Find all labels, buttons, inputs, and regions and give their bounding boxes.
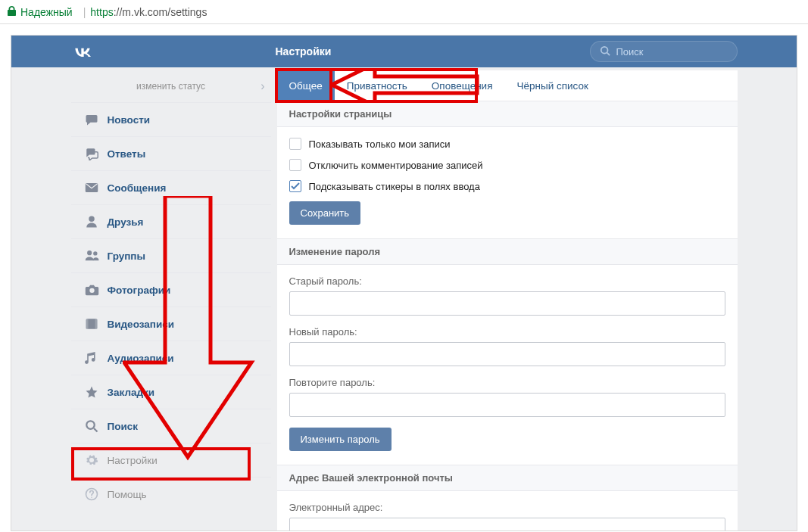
search-icon [600, 45, 610, 58]
email-input[interactable] [289, 518, 725, 531]
mail-icon [85, 182, 108, 193]
vk-logo-icon[interactable] [71, 43, 94, 61]
sidebar-item-label: Настройки [108, 455, 158, 466]
main-content: ОбщееПриватностьОповещенияЧёрный список … [277, 70, 738, 531]
sidebar-item-gear[interactable]: Настройки [71, 443, 271, 477]
sidebar-item-label: Видеозаписи [108, 319, 175, 330]
new-password-input[interactable] [289, 342, 725, 366]
sidebar-item-label: Новости [108, 114, 151, 126]
repeat-password-input[interactable] [289, 393, 725, 417]
gear-icon [85, 453, 108, 467]
checkbox-only-my-posts[interactable]: Показывать только мои записи [289, 138, 725, 150]
browser-address-bar: Надежный | https://m.vk.com/settings [0, 0, 808, 24]
checkbox-icon [289, 138, 301, 150]
sidebar: изменить статус › НовостиОтветыСообщения… [71, 70, 271, 531]
sidebar-item-speech[interactable]: Новости [71, 102, 271, 136]
sidebar-item-label: Поиск [108, 421, 139, 432]
sidebar-item-label: Группы [108, 250, 146, 262]
music-icon [85, 351, 108, 365]
change-status-row[interactable]: изменить статус › [71, 70, 271, 102]
people-icon [85, 250, 108, 262]
svg-point-10 [86, 421, 95, 429]
svg-point-4 [87, 250, 92, 255]
chevron-right-icon: › [260, 79, 264, 93]
sidebar-item-label: Закладки [108, 387, 155, 398]
speech-icon [85, 113, 108, 126]
sidebar-item-label: Помощь [108, 489, 147, 500]
email-label: Электронный адрес: [289, 502, 725, 513]
svg-point-0 [601, 46, 607, 53]
status-text: изменить статус [136, 81, 205, 92]
section-change-password-header: Изменение пароля [277, 238, 738, 265]
chat-icon [85, 147, 108, 160]
svg-line-11 [94, 428, 98, 432]
sidebar-item-help[interactable]: Помощь [71, 477, 271, 511]
change-password-button[interactable]: Изменить пароль [289, 428, 392, 451]
film-icon [85, 317, 108, 331]
svg-point-13 [91, 496, 92, 498]
star-icon [85, 385, 108, 399]
svg-line-1 [607, 52, 610, 55]
page-header: Настройки Поиск [11, 36, 797, 67]
sidebar-item-mail[interactable]: Сообщения [71, 170, 271, 204]
person-icon [85, 215, 108, 229]
sidebar-item-label: Ответы [108, 148, 146, 160]
tab-Приватность[interactable]: Приватность [335, 70, 420, 101]
sidebar-item-film[interactable]: Видеозаписи [71, 306, 271, 341]
checkbox-icon [289, 159, 301, 171]
sidebar-item-camera[interactable]: Фотографии [71, 272, 271, 306]
svg-point-3 [89, 216, 95, 222]
sidebar-item-chat[interactable]: Ответы [71, 136, 271, 170]
sidebar-item-label: Друзья [108, 216, 144, 228]
sidebar-item-label: Аудиозаписи [108, 353, 174, 364]
checkbox-suggest-stickers[interactable]: Подсказывать стикеры в полях ввода [289, 180, 725, 192]
new-password-label: Новый пароль: [289, 326, 725, 338]
checkbox-icon [289, 180, 301, 192]
tab-Чёрный список[interactable]: Чёрный список [504, 70, 600, 101]
search-placeholder: Поиск [616, 46, 644, 58]
repeat-password-label: Повторите пароль: [289, 377, 725, 388]
sidebar-item-label: Сообщения [108, 182, 167, 194]
section-page-settings-header: Настройки страницы [277, 101, 738, 127]
svg-point-6 [89, 288, 94, 293]
settings-tabs: ОбщееПриватностьОповещенияЧёрный список [277, 70, 738, 101]
sidebar-item-label: Фотографии [108, 285, 171, 296]
sidebar-item-search[interactable]: Поиск [71, 409, 271, 443]
old-password-label: Старый пароль: [289, 275, 725, 287]
sidebar-item-music[interactable]: Аудиозаписи [71, 341, 271, 375]
secure-label: Надежный [20, 6, 73, 18]
search-icon [85, 419, 108, 433]
lock-icon [8, 6, 16, 18]
save-button[interactable]: Сохранить [289, 201, 361, 225]
sidebar-item-star[interactable]: Закладки [71, 375, 271, 409]
url-text[interactable]: https://m.vk.com/settings [90, 6, 207, 18]
camera-icon [85, 284, 108, 296]
page-title: Настройки [276, 45, 332, 58]
sidebar-item-person[interactable]: Друзья [71, 204, 271, 238]
old-password-input[interactable] [289, 291, 725, 316]
header-search[interactable]: Поиск [590, 41, 738, 62]
svg-rect-8 [86, 319, 88, 329]
tab-Общее[interactable]: Общее [277, 70, 335, 101]
checkbox-disable-comments[interactable]: Отключить комментирование записей [289, 159, 725, 171]
section-email-header: Адрес Вашей электронной почты [277, 465, 738, 491]
url-separator: | [83, 6, 86, 18]
help-icon [85, 487, 108, 501]
sidebar-item-people[interactable]: Группы [71, 238, 271, 272]
svg-point-5 [93, 251, 97, 255]
svg-rect-9 [95, 319, 97, 329]
tab-Оповещения[interactable]: Оповещения [420, 70, 505, 101]
